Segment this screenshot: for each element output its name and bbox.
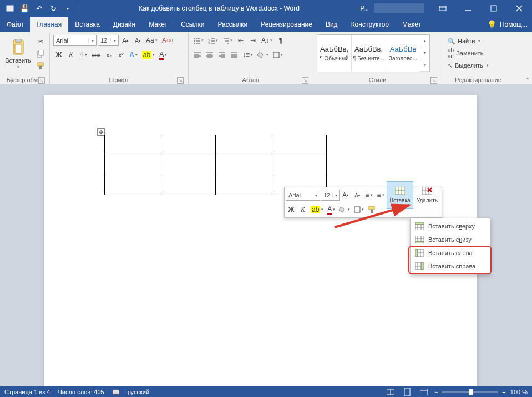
- undo-button[interactable]: ↶: [32, 2, 45, 15]
- redo-button[interactable]: ↻: [47, 2, 60, 15]
- tab-mailings[interactable]: Рассылки: [211, 17, 254, 32]
- close-button[interactable]: [506, 0, 532, 17]
- cut-button[interactable]: ✂: [35, 36, 46, 47]
- align-left-button[interactable]: [192, 49, 203, 60]
- tab-home[interactable]: Главная: [30, 17, 69, 32]
- show-marks-button[interactable]: ¶: [275, 35, 286, 46]
- font-launcher[interactable]: ↘: [177, 77, 184, 84]
- highlight-button[interactable]: ab: [140, 49, 156, 60]
- line-spacing-button[interactable]: ↕≡: [241, 49, 255, 60]
- document-table[interactable]: [104, 135, 327, 195]
- copy-button[interactable]: [35, 48, 46, 59]
- zoom-out-button[interactable]: −: [434, 389, 438, 395]
- style-no-spacing[interactable]: АаБбВв, ¶ Без инте...: [352, 35, 386, 72]
- shrink-font-button[interactable]: A▾: [132, 35, 143, 46]
- mini-italic[interactable]: К: [297, 204, 308, 215]
- sort-button[interactable]: A↓: [260, 35, 274, 46]
- font-size-combo[interactable]: 12▾: [98, 35, 119, 46]
- clipboard-launcher[interactable]: ↘: [38, 77, 45, 84]
- maximize-button[interactable]: [481, 0, 506, 17]
- tell-me-label[interactable]: Помощ...: [500, 21, 528, 28]
- numbering-button[interactable]: 123: [206, 35, 220, 46]
- increase-indent-button[interactable]: ⇥: [247, 35, 259, 46]
- word-icon[interactable]: [3, 2, 17, 15]
- minimize-button[interactable]: [455, 0, 481, 17]
- paste-button[interactable]: Вставить ▾: [3, 34, 33, 73]
- view-print-layout[interactable]: [401, 387, 413, 397]
- mini-bullets[interactable]: ≡: [363, 190, 374, 201]
- zoom-slider[interactable]: [442, 391, 498, 393]
- tab-table-design[interactable]: Конструктор: [344, 17, 396, 32]
- multilevel-button[interactable]: [221, 35, 234, 46]
- ribbon-options-icon[interactable]: [430, 0, 455, 17]
- view-web-layout[interactable]: [418, 387, 430, 397]
- view-read-mode[interactable]: [384, 387, 397, 397]
- style-normal[interactable]: АаБбВв, ¶ Обычный: [317, 35, 352, 72]
- styles-down[interactable]: ▾: [420, 47, 429, 59]
- zoom-in-button[interactable]: +: [502, 389, 505, 395]
- decrease-indent-button[interactable]: ⇤: [235, 35, 246, 46]
- menu-insert-below[interactable]: Вставить снизу: [412, 233, 489, 246]
- ribbon-display-label[interactable]: Р...: [354, 0, 374, 17]
- mini-bold[interactable]: Ж: [286, 204, 297, 215]
- mini-shading[interactable]: [337, 204, 352, 215]
- styles-up[interactable]: ▴: [420, 35, 429, 47]
- save-button[interactable]: 💾: [18, 2, 31, 15]
- mini-format-painter[interactable]: [366, 204, 377, 215]
- style-heading1[interactable]: АаБбВв Заголово...: [386, 35, 420, 72]
- subscript-button[interactable]: x₂: [103, 49, 114, 60]
- status-language[interactable]: русский: [128, 389, 149, 395]
- mini-font-color[interactable]: A: [326, 204, 337, 215]
- format-painter-button[interactable]: [35, 60, 46, 72]
- superscript-button[interactable]: x²: [115, 49, 126, 60]
- styles-gallery[interactable]: АаБбВв, ¶ Обычный АаБбВв, ¶ Без инте... …: [317, 34, 430, 72]
- bold-button[interactable]: Ж: [53, 49, 64, 60]
- bullets-button[interactable]: [192, 35, 205, 46]
- select-button[interactable]: ↖Выделить▾: [445, 60, 491, 71]
- tab-references[interactable]: Ссылки: [174, 17, 211, 32]
- paragraph-launcher[interactable]: ↘: [302, 77, 308, 84]
- menu-insert-right[interactable]: Вставить справа: [412, 259, 489, 273]
- user-account[interactable]: [374, 3, 424, 13]
- tab-table-layout[interactable]: Макет: [396, 17, 428, 32]
- tab-design[interactable]: Дизайн: [107, 17, 142, 32]
- zoom-level[interactable]: 100 %: [510, 389, 528, 395]
- menu-insert-above[interactable]: Вставить сверху: [412, 220, 489, 233]
- status-proofing-icon[interactable]: 📖: [112, 389, 120, 396]
- tab-insert[interactable]: Вставка: [68, 17, 107, 32]
- status-words[interactable]: Число слов: 405: [58, 389, 104, 395]
- menu-insert-left[interactable]: Вставить слева: [412, 246, 489, 259]
- table-move-handle[interactable]: ✥: [97, 128, 105, 136]
- styles-more[interactable]: ▿: [420, 59, 429, 72]
- text-effects-button[interactable]: A: [128, 49, 139, 60]
- font-color-button[interactable]: A: [158, 49, 169, 60]
- find-button[interactable]: 🔍Найти▾: [445, 35, 491, 47]
- mini-font-combo[interactable]: Arial▾: [286, 190, 320, 201]
- tab-layout[interactable]: Макет: [142, 17, 174, 32]
- mini-shrink-font[interactable]: A▾: [352, 190, 363, 201]
- align-right-button[interactable]: [216, 49, 227, 60]
- tab-review[interactable]: Рецензирование: [254, 17, 319, 32]
- mini-grow-font[interactable]: A▴: [340, 190, 351, 201]
- strike-button[interactable]: abc: [90, 49, 102, 60]
- collapse-ribbon-button[interactable]: ⌃: [525, 77, 530, 83]
- change-case-button[interactable]: Aa: [144, 35, 159, 46]
- justify-button[interactable]: [229, 49, 240, 60]
- qat-customize[interactable]: ▾: [61, 2, 74, 15]
- tab-file[interactable]: Файл: [0, 17, 30, 32]
- font-name-combo[interactable]: Arial▾: [53, 35, 97, 46]
- italic-button[interactable]: К: [65, 49, 77, 60]
- clear-formatting-button[interactable]: A⌫: [160, 35, 174, 46]
- mini-numbering[interactable]: ≡: [375, 190, 386, 201]
- grow-font-button[interactable]: A▴: [120, 35, 131, 46]
- tab-view[interactable]: Вид: [319, 17, 344, 32]
- mini-size-combo[interactable]: 12▾: [321, 190, 340, 201]
- mini-borders[interactable]: [352, 204, 366, 215]
- underline-button[interactable]: Ч: [78, 49, 89, 60]
- styles-launcher[interactable]: ↘: [430, 77, 437, 84]
- align-center-button[interactable]: [204, 49, 215, 60]
- shading-button[interactable]: [256, 49, 270, 60]
- status-page[interactable]: Страница 1 из 4: [4, 389, 50, 395]
- mini-highlight[interactable]: ab: [309, 204, 325, 215]
- borders-button[interactable]: [271, 49, 285, 60]
